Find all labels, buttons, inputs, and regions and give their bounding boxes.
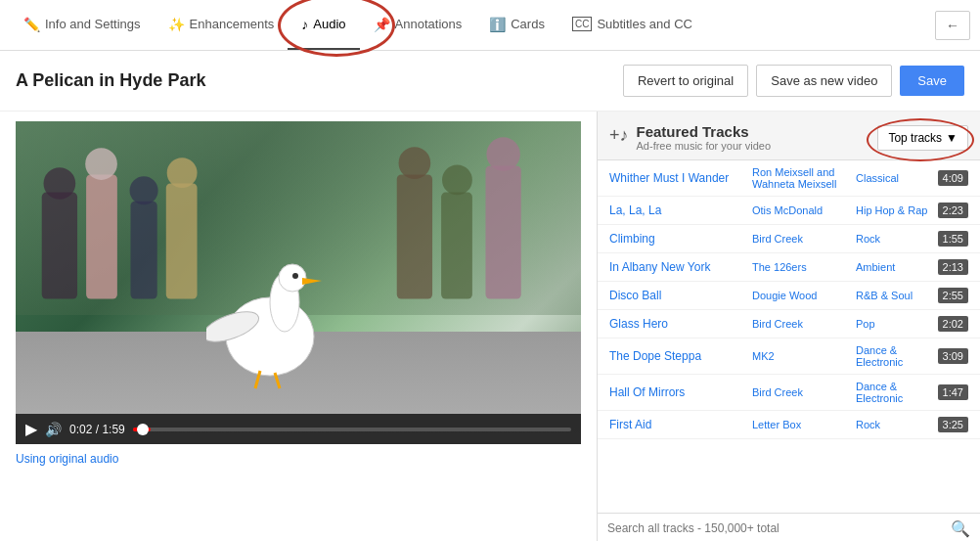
track-row[interactable]: Glass Hero Bird Creek Pop 2:02 — [598, 310, 980, 338]
svg-point-19 — [442, 164, 472, 195]
track-artist: Bird Creek — [752, 318, 850, 330]
tab-audio[interactable]: ♪ Audio — [288, 0, 359, 50]
track-duration: 2:13 — [938, 259, 968, 275]
track-artist: Ron Meixsell and Wahneta Meixsell — [752, 166, 850, 190]
track-duration: 1:47 — [938, 384, 968, 400]
annotations-icon: 📌 — [374, 17, 390, 32]
main-content: ▶ 🔊 0:02 / 1:59 Using original audio +♪ … — [0, 112, 980, 541]
save-as-new-button[interactable]: Save as new video — [756, 65, 892, 97]
tab-enhancements[interactable]: ✨ Enhancements — [155, 0, 289, 50]
save-button[interactable]: Save — [900, 66, 964, 96]
track-artist: Otis McDonald — [752, 204, 850, 216]
track-name: In Albany New York — [609, 260, 746, 274]
track-row[interactable]: Climbing Bird Creek Rock 1:55 — [598, 225, 980, 253]
track-row[interactable]: Whither Must I Wander Ron Meixsell and W… — [598, 160, 980, 197]
svg-point-15 — [167, 158, 198, 188]
track-row[interactable]: Hall Of Mirrors Bird Creek Dance & Elect… — [598, 375, 980, 411]
track-duration: 2:02 — [938, 316, 968, 332]
tracks-main-title: Featured Tracks — [637, 123, 772, 140]
svg-rect-8 — [42, 193, 77, 299]
video-thumbnail — [16, 121, 581, 444]
svg-rect-14 — [166, 184, 198, 299]
track-artist: Dougie Wood — [752, 290, 850, 301]
video-panel: ▶ 🔊 0:02 / 1:59 Using original audio — [0, 112, 597, 541]
svg-rect-10 — [86, 174, 117, 298]
cards-icon: ℹ️ — [489, 17, 506, 32]
subtitles-icon: CC — [572, 17, 592, 31]
back-button[interactable]: ← — [935, 11, 970, 40]
track-duration: 1:55 — [938, 231, 968, 247]
tab-annotations[interactable]: 📌 Annotations — [360, 0, 476, 50]
svg-rect-16 — [397, 174, 432, 298]
track-name: Hall Of Mirrors — [609, 385, 746, 399]
svg-rect-20 — [485, 165, 520, 298]
svg-point-21 — [486, 137, 519, 170]
progress-bar[interactable] — [133, 428, 571, 431]
tracks-subtitle: Ad-free music for your video — [637, 140, 772, 152]
tracks-header: +♪ Featured Tracks Ad-free music for you… — [598, 112, 980, 160]
progress-dot — [137, 424, 149, 435]
track-name: Glass Hero — [609, 317, 746, 331]
track-artist: The 126ers — [752, 261, 850, 273]
track-artist: Bird Creek — [752, 233, 850, 245]
enhancements-icon: ✨ — [168, 17, 185, 32]
top-tracks-button[interactable]: Top tracks ▼ — [877, 125, 968, 151]
svg-rect-18 — [441, 193, 472, 299]
track-duration: 2:23 — [938, 203, 968, 218]
tracks-title-group: +♪ Featured Tracks Ad-free music for you… — [609, 123, 771, 152]
search-tracks-input[interactable] — [607, 514, 951, 541]
search-icon: 🔍 — [951, 519, 970, 538]
track-genre: Classical — [856, 172, 932, 184]
track-duration: 4:09 — [938, 170, 968, 186]
track-artist: Letter Box — [752, 419, 850, 430]
video-player[interactable]: ▶ 🔊 0:02 / 1:59 — [16, 121, 581, 444]
tracks-panel: +♪ Featured Tracks Ad-free music for you… — [597, 112, 980, 541]
track-row[interactable]: First Aid Letter Box Rock 3:25 — [598, 411, 980, 439]
svg-point-11 — [85, 148, 117, 180]
svg-rect-12 — [130, 202, 156, 299]
track-name: La, La, La — [609, 203, 746, 217]
people-silhouettes — [16, 121, 581, 299]
track-duration: 2:55 — [938, 288, 968, 303]
audio-icon: ♪ — [301, 17, 308, 32]
search-tracks-bar: 🔍 — [598, 513, 980, 541]
time-display: 0:02 / 1:59 — [69, 423, 125, 436]
header-buttons: Revert to original Save as new video Sav… — [623, 65, 964, 97]
track-name: Disco Ball — [609, 289, 746, 302]
track-row[interactable]: In Albany New York The 126ers Ambient 2:… — [598, 253, 980, 282]
track-duration: 3:25 — [938, 417, 968, 432]
track-row[interactable]: Disco Ball Dougie Wood R&B & Soul 2:55 — [598, 282, 980, 310]
svg-point-9 — [44, 167, 76, 200]
page-header: A Pelican in Hyde Park Revert to origina… — [0, 51, 980, 112]
volume-button[interactable]: 🔊 — [45, 422, 62, 437]
svg-point-13 — [130, 176, 158, 204]
track-genre: Rock — [856, 233, 932, 245]
tab-subtitles[interactable]: CC Subtitles and CC — [558, 0, 706, 50]
play-button[interactable]: ▶ — [25, 420, 37, 438]
track-name: The Dope Steppa — [609, 349, 746, 363]
tracks-title-text: Featured Tracks Ad-free music for your v… — [637, 123, 772, 152]
track-row[interactable]: The Dope Steppa MK2 Dance & Electronic 3… — [598, 338, 980, 375]
tracks-list: Whither Must I Wander Ron Meixsell and W… — [598, 160, 980, 513]
top-navigation: ✏️ Info and Settings ✨ Enhancements ♪ Au… — [0, 0, 980, 51]
music-plus-icon: +♪ — [609, 125, 629, 146]
track-row[interactable]: La, La, La Otis McDonald Hip Hop & Rap 2… — [598, 197, 980, 225]
track-artist: MK2 — [752, 350, 850, 362]
video-controls: ▶ 🔊 0:02 / 1:59 — [16, 414, 581, 444]
svg-point-17 — [399, 147, 431, 179]
track-genre: Rock — [856, 419, 932, 430]
track-genre: Pop — [856, 318, 932, 330]
tab-cards[interactable]: ℹ️ Cards — [475, 0, 558, 50]
track-genre: R&B & Soul — [856, 290, 932, 301]
track-genre: Dance & Electronic — [856, 381, 932, 404]
tab-info-settings[interactable]: ✏️ Info and Settings — [10, 0, 155, 50]
original-audio-label: Using original audio — [16, 452, 581, 466]
track-name: Climbing — [609, 232, 746, 246]
track-artist: Bird Creek — [752, 386, 850, 398]
pencil-icon: ✏️ — [23, 17, 40, 32]
track-name: First Aid — [609, 418, 746, 431]
track-name: Whither Must I Wander — [609, 171, 746, 185]
track-duration: 3:09 — [938, 348, 968, 364]
dropdown-arrow-icon: ▼ — [946, 131, 958, 145]
revert-button[interactable]: Revert to original — [623, 65, 748, 97]
